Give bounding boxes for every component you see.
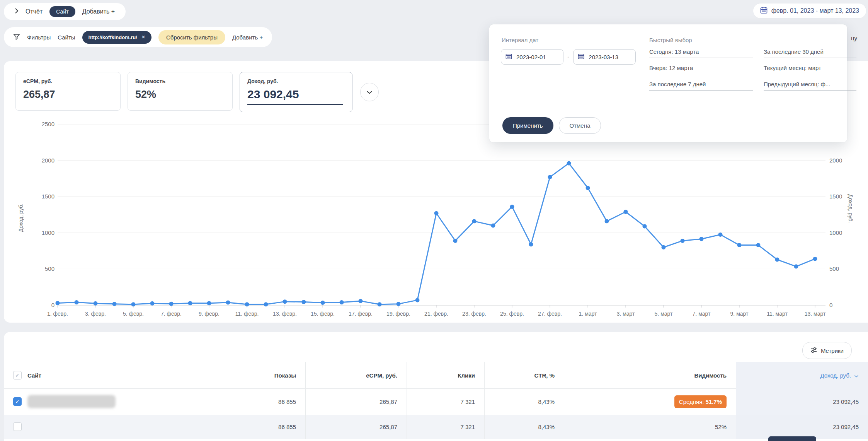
svg-text:2000: 2000 (42, 157, 54, 164)
popup-buttons: Применить Отмена (502, 117, 601, 134)
column-header-clicks[interactable]: Клики (407, 362, 484, 388)
date-separator: - (567, 53, 569, 60)
quick-select-link[interactable]: За последние 30 дней (764, 48, 856, 58)
svg-text:13. февр.: 13. февр. (273, 311, 297, 317)
add-report-button[interactable]: Добавить + (82, 8, 115, 15)
date-from-input[interactable] (516, 53, 560, 61)
interval-title: Интервал дат (502, 37, 538, 43)
report-type-badge[interactable]: Сайт (49, 6, 75, 17)
svg-text:1000: 1000 (42, 229, 54, 236)
svg-text:11. март: 11. март (767, 311, 788, 317)
svg-text:1. март: 1. март (579, 311, 597, 317)
revenue-chart[interactable]: 2500200015001000500020001500100050001. ф… (4, 115, 868, 323)
date-range-label: февр. 01, 2023 - март 13, 2023 (771, 7, 859, 14)
date-to-input[interactable] (588, 53, 632, 61)
svg-text:500: 500 (829, 265, 839, 272)
visibility-cell: Средняя:51.7% (564, 388, 736, 415)
visibility-average-badge: Средняя:51.7% (674, 395, 727, 408)
table-row[interactable]: ✓ 86 855 265,87 7 321 8,43% Средняя:51.7… (4, 388, 868, 415)
metric-label: Доход, руб. (247, 78, 345, 84)
quick-select-link[interactable]: Сегодня: 13 марта (649, 48, 753, 58)
remove-filter-icon[interactable]: ✕ (141, 34, 145, 40)
date-inputs: - (501, 49, 636, 65)
column-header-visibility[interactable]: Видимость (564, 362, 736, 388)
svg-text:2000: 2000 (829, 157, 842, 164)
svg-text:0: 0 (829, 302, 832, 308)
metric-card-visibility[interactable]: Видимость 52% (128, 72, 233, 111)
breadcrumb-bar: Отчёт Сайт Добавить + (4, 3, 126, 20)
svg-text:1. февр.: 1. февр. (47, 311, 68, 317)
y-axis-title-left: Доход, руб. (18, 203, 24, 232)
filters-label: Фильтры (27, 34, 51, 41)
svg-text:3. февр.: 3. февр. (85, 311, 106, 317)
quick-select-link[interactable]: За последние 7 дней (649, 81, 753, 91)
metric-card-ecpm[interactable]: eCPM, руб. 265,87 (15, 72, 121, 111)
calendar-icon (578, 53, 584, 61)
ecpm-cell: 265,87 (305, 388, 407, 415)
table-header-row: ✓ Сайт Показы eCPM, руб. Клики CTR, % Ви… (4, 362, 868, 389)
table-panel: Метрики ✓ Сайт Показы eCPM, руб. Клики C… (4, 332, 868, 441)
column-header-ecpm[interactable]: eCPM, руб. (305, 362, 407, 388)
site-filter-value: http://koffkindom.ru/ (89, 34, 137, 40)
svg-text:3. март: 3. март (617, 311, 635, 317)
metrics-expand-button[interactable] (360, 83, 379, 101)
impressions-cell: 86 855 (219, 415, 305, 439)
svg-text:9. февр.: 9. февр. (199, 311, 220, 317)
svg-text:1000: 1000 (829, 229, 842, 236)
metric-value: 265,87 (23, 89, 113, 101)
svg-text:1500: 1500 (42, 193, 54, 200)
site-filter-chip[interactable]: http://koffkindom.ru/ ✕ (82, 31, 151, 44)
revenue-cell: 23 092,45 (736, 415, 868, 439)
column-header-impressions[interactable]: Показы (219, 362, 305, 388)
svg-text:13. март: 13. март (805, 311, 826, 317)
date-picker-popup: Интервал дат - Быстрый выбор Сегодня: 13… (489, 24, 847, 142)
row-checkbox[interactable]: ✓ (13, 397, 22, 406)
header-site-cell: ✓ Сайт (4, 362, 219, 388)
quick-select-link[interactable]: Текущий месяц: март (764, 65, 856, 74)
metric-value: 52% (135, 89, 225, 101)
cancel-button[interactable]: Отмена (559, 117, 601, 134)
quick-select-link[interactable]: Вчера: 12 марта (649, 65, 753, 74)
site-cell (4, 415, 219, 439)
svg-text:23. февр.: 23. февр. (462, 311, 486, 317)
svg-text:5. февр.: 5. февр. (123, 311, 144, 317)
calendar-icon (505, 53, 512, 61)
date-range-button[interactable]: февр. 01, 2023 - март 13, 2023 (753, 3, 866, 19)
clicks-cell: 7 321 (407, 388, 484, 415)
column-header-revenue-sorted[interactable]: Доход, руб. (736, 362, 868, 388)
column-header-revenue-label: Доход, руб. (820, 372, 851, 379)
apply-button[interactable]: Применить (502, 117, 553, 134)
site-cell: ✓ (4, 388, 219, 415)
cut-off-element (768, 436, 816, 441)
svg-text:11. февр.: 11. февр. (235, 311, 259, 317)
table-total-row[interactable]: 86 855 265,87 7 321 8,43% 52% 23 092,45 (4, 415, 868, 439)
quick-select-title: Быстрый выбор (649, 37, 692, 43)
svg-text:0: 0 (51, 302, 54, 308)
add-filter-button[interactable]: Добавить + (232, 34, 263, 41)
date-from-field[interactable] (501, 49, 563, 65)
impressions-cell: 86 855 (219, 388, 305, 415)
tune-sliders-icon (810, 347, 817, 354)
filter-group-label: Сайты (58, 34, 75, 41)
breadcrumb-chevron-icon[interactable] (15, 8, 19, 15)
column-header-ctr[interactable]: CTR, % (484, 362, 564, 388)
calendar-icon (760, 7, 768, 15)
row-checkbox[interactable] (13, 422, 22, 431)
svg-text:27. февр.: 27. февр. (538, 311, 562, 317)
quick-select-link[interactable]: Предыдущий месяц: ф... (764, 81, 856, 91)
ctr-cell: 8,43% (484, 388, 564, 415)
metrics-settings-button[interactable]: Метрики (802, 342, 852, 359)
select-all-checkbox[interactable]: ✓ (13, 371, 22, 379)
breadcrumb[interactable]: Отчёт (26, 8, 43, 15)
svg-text:7. март: 7. март (693, 311, 711, 317)
metric-label: eCPM, руб. (23, 78, 113, 84)
svg-text:7. февр.: 7. февр. (161, 311, 182, 317)
svg-text:2500: 2500 (42, 121, 54, 127)
metric-value: 23 092,45 (247, 88, 343, 105)
reset-filters-button[interactable]: Сбросить фильтры (158, 30, 225, 44)
svg-text:17. февр.: 17. февр. (349, 311, 373, 317)
svg-text:15. февр.: 15. февр. (311, 311, 335, 317)
metric-card-revenue-selected[interactable]: Доход, руб. 23 092,45 (240, 72, 352, 112)
column-header-site[interactable]: Сайт (27, 372, 41, 379)
date-to-field[interactable] (573, 49, 636, 65)
